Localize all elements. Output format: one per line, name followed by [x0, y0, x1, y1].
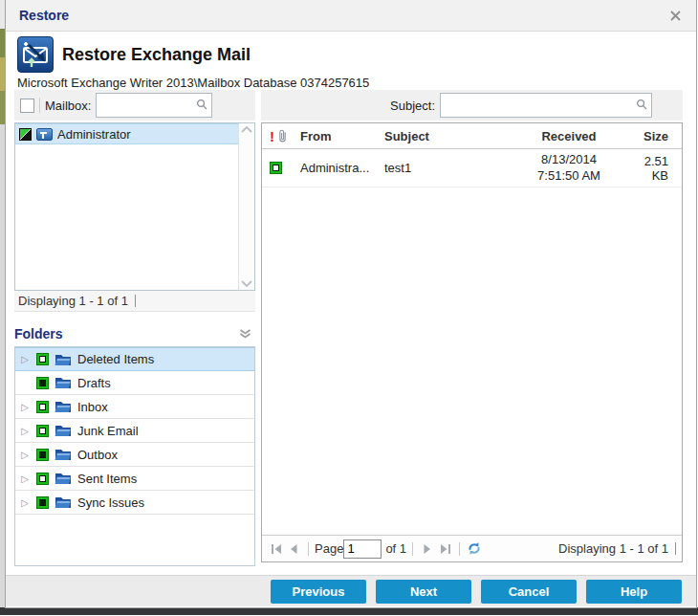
folder-icon: [55, 353, 72, 366]
close-icon: [670, 11, 681, 21]
messages-empty-area: [262, 187, 682, 535]
pagination-status: Displaying 1 - 1 of 1: [558, 541, 676, 556]
checkbox-icon[interactable]: [36, 353, 49, 365]
next-page-button[interactable]: [419, 540, 436, 558]
divider: [412, 542, 413, 556]
partial-check-icon[interactable]: [19, 128, 32, 141]
folder-row-sent-items[interactable]: ▷ Sent Items: [15, 467, 254, 491]
expand-arrow-icon[interactable]: ▷: [19, 497, 31, 508]
message-subject: test1: [384, 161, 507, 175]
checkbox-icon[interactable]: [36, 401, 49, 413]
expand-arrow-icon[interactable]: ▷: [19, 354, 31, 364]
page-of-label: of 1: [385, 541, 406, 556]
mailbox-item-label: Administrator: [57, 127, 131, 142]
next-button[interactable]: Next: [376, 580, 471, 604]
importance-column-icon[interactable]: !: [270, 129, 274, 143]
restore-dialog: Restore Restore Exchange Mail Microsoft …: [5, 0, 697, 608]
message-received: 8/13/2014 7:51:50 AM: [507, 152, 631, 184]
mailbox-checkbox[interactable]: [20, 99, 34, 113]
dialog-title: Restore: [19, 8, 69, 23]
previous-page-button[interactable]: [285, 540, 302, 558]
dialog-titlebar: Restore: [6, 0, 696, 32]
folders-list: ▷ Deleted Items Drafts ▷ Inbox ▷: [14, 346, 255, 566]
folders-title: Folders: [14, 326, 63, 341]
header-block: Restore Exchange Mail Microsoft Exchange…: [17, 36, 683, 90]
folder-row-junk-email[interactable]: ▷ Junk Email: [15, 419, 254, 443]
previous-button[interactable]: Previous: [271, 580, 366, 604]
column-header-size[interactable]: Size: [631, 129, 682, 143]
page-title: Restore Exchange Mail: [62, 45, 251, 65]
folder-label: Outbox: [77, 448, 118, 462]
message-row[interactable]: Administra... test1 8/13/2014 7:51:50 AM…: [262, 149, 682, 187]
message-from: Administra...: [300, 161, 384, 175]
collapse-chevrons-icon[interactable]: [239, 325, 251, 342]
folder-icon: [55, 376, 72, 389]
expand-arrow-icon[interactable]: ▷: [19, 402, 31, 412]
column-header-from[interactable]: From: [300, 129, 384, 143]
page-label: Page: [315, 541, 343, 556]
background-bottom-bar: [0, 607, 698, 615]
scroll-down-icon[interactable]: [241, 280, 252, 287]
messages-table-header: ! From Subject Received Size: [262, 123, 682, 149]
mailbox-user-icon: [36, 128, 53, 141]
checkbox-icon[interactable]: [36, 425, 49, 437]
message-checkbox-icon[interactable]: [270, 162, 282, 174]
checkbox-icon[interactable]: [36, 377, 49, 389]
folders-header: Folders: [14, 323, 255, 344]
message-size: 2.51 KB: [631, 154, 682, 183]
close-button[interactable]: [667, 8, 683, 23]
folder-label: Deleted Items: [77, 352, 154, 366]
page-number-input[interactable]: [343, 539, 382, 559]
mailbox-list-status: Displaying 1 - 1 of 1: [14, 291, 255, 312]
folder-row-deleted-items[interactable]: ▷ Deleted Items: [15, 347, 254, 371]
search-icon: [636, 97, 647, 114]
folder-label: Sent Items: [77, 472, 137, 486]
expand-arrow-icon[interactable]: ▷: [19, 473, 31, 484]
subject-search-input[interactable]: [440, 93, 652, 118]
folder-icon: [55, 400, 72, 413]
subject-label: Subject:: [390, 99, 435, 113]
folder-row-drafts[interactable]: Drafts: [15, 371, 254, 395]
mailbox-label: Mailbox:: [45, 99, 91, 113]
search-icon: [196, 97, 207, 114]
checkbox-icon[interactable]: [36, 496, 49, 509]
first-page-button[interactable]: [268, 540, 285, 558]
mailbox-search-input[interactable]: [96, 93, 212, 118]
divider: [459, 542, 460, 556]
folder-icon: [55, 495, 72, 509]
mailbox-panel: Mailbox: Administrator: [14, 90, 255, 566]
divider: [308, 542, 309, 556]
expand-arrow-icon[interactable]: ▷: [19, 450, 31, 460]
subject-search-bar: Subject:: [261, 90, 683, 121]
folder-row-outbox[interactable]: ▷ Outbox: [15, 443, 254, 467]
mailbox-search-bar: Mailbox:: [14, 90, 255, 121]
folder-label: Sync Issues: [77, 495, 144, 510]
checkbox-icon[interactable]: [36, 449, 49, 461]
column-header-subject[interactable]: Subject: [384, 129, 507, 143]
folder-row-sync-issues[interactable]: ▷ Sync Issues: [15, 491, 254, 515]
messages-panel: Subject: ! From: [261, 90, 683, 562]
pagination-bar: Page of 1: [262, 535, 682, 561]
attachment-column-icon[interactable]: [278, 129, 287, 143]
help-button[interactable]: Help: [586, 580, 682, 604]
refresh-button[interactable]: [466, 540, 483, 558]
checkbox-icon[interactable]: [36, 473, 49, 485]
folder-label: Inbox: [77, 400, 108, 414]
column-header-received[interactable]: Received: [507, 129, 631, 143]
expand-arrow-icon[interactable]: ▷: [19, 426, 31, 436]
folder-icon: [55, 424, 72, 437]
last-page-button[interactable]: [436, 540, 453, 558]
mailbox-list-scrollbar[interactable]: [238, 123, 254, 290]
divider: [135, 295, 136, 307]
page-subtitle: Microsoft Exchange Writer 2013\Mailbox D…: [17, 76, 683, 90]
folder-label: Drafts: [77, 376, 111, 390]
scroll-up-icon[interactable]: [241, 126, 252, 133]
mailbox-item-administrator[interactable]: Administrator: [15, 123, 238, 144]
cancel-button[interactable]: Cancel: [481, 580, 577, 604]
folder-icon: [55, 448, 72, 461]
divider: [39, 98, 40, 113]
folder-row-inbox[interactable]: ▷ Inbox: [15, 395, 254, 419]
messages-table: ! From Subject Received Size Administra.…: [261, 122, 683, 562]
footer-bar: Previous Next Cancel Help: [6, 575, 696, 606]
mailbox-list: Administrator: [14, 122, 255, 291]
